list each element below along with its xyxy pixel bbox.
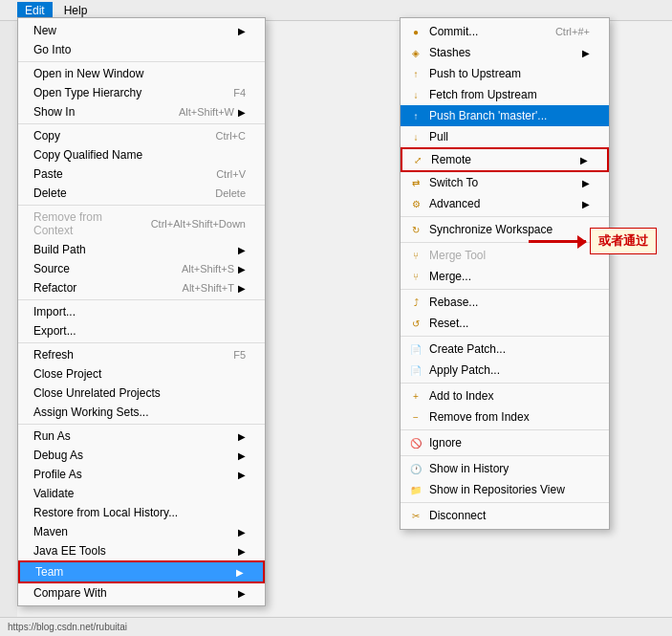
submenu-arrow-show-in: ▶ — [238, 107, 246, 118]
menu-item-import[interactable]: Import... — [18, 302, 265, 321]
push-icon: ↑ — [408, 66, 423, 81]
submenu-arrow-refactor: ▶ — [238, 283, 246, 294]
submenu-label-apply-patch: Apply Patch... — [429, 363, 500, 377]
menu-item-copy[interactable]: CopyCtrl+C — [18, 126, 265, 145]
team-submenu: ●Commit...Ctrl+#+◈Stashes▶↑Push to Upstr… — [400, 17, 610, 530]
menu-label-export: Export... — [33, 324, 76, 338]
menu-item-compare[interactable]: Compare With▶ — [18, 583, 265, 603]
submenu-item-create-patch[interactable]: 📄Create Patch... — [401, 339, 609, 360]
shortcut-refresh: F5 — [233, 349, 246, 361]
reset-icon: ↺ — [408, 316, 423, 331]
menu-item-new[interactable]: New▶ — [18, 21, 265, 40]
menu-item-remove-context: Remove from ContextCtrl+Alt+Shift+Down — [18, 208, 265, 240]
submenu-item-fetch-upstream[interactable]: ↓Fetch from Upstream — [401, 84, 609, 105]
add-icon: + — [408, 388, 423, 404]
menu-item-team[interactable]: Team▶ — [18, 560, 265, 583]
menu-item-build-path[interactable]: Build Path▶ — [18, 240, 265, 259]
menu-item-restore-history[interactable]: Restore from Local History... — [18, 503, 265, 522]
submenu-item-remove-index[interactable]: −Remove from Index — [401, 406, 609, 428]
submenu-arrow-switch-to: ▶ — [582, 178, 590, 188]
submenu-arrow-team: ▶ — [236, 567, 244, 578]
submenu-label-disconnect: Disconnect — [429, 509, 486, 522]
submenu-label-switch-to: Switch To — [429, 176, 478, 189]
pull-icon: ↓ — [408, 129, 423, 144]
menu-label-assign-sets: Assign Working Sets... — [33, 406, 149, 419]
menu-label-team: Team — [35, 565, 63, 579]
menu-item-source[interactable]: SourceAlt+Shift+S▶ — [18, 259, 265, 278]
menu-item-maven[interactable]: Maven▶ — [18, 522, 265, 541]
menubar-edit[interactable]: Edit — [17, 2, 53, 19]
submenu-item-merge[interactable]: ⑂Merge... — [401, 266, 609, 287]
submenu-label-commit: Commit... — [429, 25, 478, 38]
submenu-item-reset[interactable]: ↺Reset... — [401, 313, 609, 334]
menu-label-profile-as: Profile As — [33, 468, 82, 481]
menu-item-run-as[interactable]: Run As▶ — [18, 427, 265, 446]
submenu-arrow-profile-as: ▶ — [238, 470, 246, 480]
menu-label-new: New — [33, 24, 56, 37]
menu-item-java-ee[interactable]: Java EE Tools▶ — [18, 541, 265, 560]
menu-label-compare: Compare With — [33, 586, 107, 600]
menu-item-refresh[interactable]: RefreshF5 — [18, 345, 265, 364]
shortcut-copy: Ctrl+C — [216, 130, 246, 142]
submenu-label-advanced: Advanced — [429, 197, 480, 210]
menu-item-export[interactable]: Export... — [18, 321, 265, 340]
menu-item-assign-sets[interactable]: Assign Working Sets... — [18, 403, 265, 422]
submenu-item-commit[interactable]: ●Commit...Ctrl+#+ — [401, 21, 609, 42]
menu-label-source: Source — [33, 262, 70, 275]
shortcut-refactor: Alt+Shift+T — [183, 282, 234, 294]
submenu-item-show-history[interactable]: 🕐Show in History — [401, 458, 609, 479]
shortcut-paste: Ctrl+V — [216, 168, 246, 180]
submenu-arrow-source: ▶ — [238, 264, 246, 274]
submenu-item-remote[interactable]: ⤢Remote▶ — [401, 147, 609, 172]
menu-label-maven: Maven — [33, 525, 68, 538]
submenu-shortcut-commit: Ctrl+#+ — [555, 26, 590, 37]
submenu-item-disconnect[interactable]: ✂Disconnect — [401, 505, 609, 526]
submenu-label-add-index: Add to Index — [429, 389, 493, 403]
submenu-item-rebase[interactable]: ⤴Rebase... — [401, 292, 609, 313]
submenu-item-show-repos[interactable]: 📁Show in Repositories View — [401, 479, 609, 500]
submenu-item-advanced[interactable]: ⚙Advanced▶ — [401, 193, 609, 214]
shortcut-open-type: F4 — [233, 87, 246, 99]
menu-item-debug-as[interactable]: Debug As▶ — [18, 446, 265, 465]
menu-item-paste[interactable]: PasteCtrl+V — [18, 164, 265, 184]
menu-item-show-in[interactable]: Show InAlt+Shift+W▶ — [18, 102, 265, 121]
disconnect-icon: ✂ — [408, 508, 423, 523]
submenu-item-apply-patch[interactable]: 📄Apply Patch... — [401, 360, 609, 381]
menubar-help[interactable]: Help — [56, 2, 96, 19]
submenu-item-add-index[interactable]: +Add to Index — [401, 385, 609, 406]
remove-icon: − — [408, 409, 423, 425]
submenu-label-ignore: Ignore — [429, 436, 462, 450]
menu-item-open-type[interactable]: Open Type HierarchyF4 — [18, 83, 265, 102]
submenu-item-pull[interactable]: ↓Pull — [401, 126, 609, 147]
menu-label-copy-qualified: Copy Qualified Name — [33, 148, 142, 162]
menu-item-profile-as[interactable]: Profile As▶ — [18, 465, 265, 484]
menu-item-open-window[interactable]: Open in New Window — [18, 64, 265, 83]
submenu-separator — [401, 289, 609, 290]
menu-item-close-unrelated[interactable]: Close Unrelated Projects — [18, 384, 265, 403]
submenu-label-remove-index: Remove from Index — [429, 410, 530, 424]
menu-item-go-into[interactable]: Go Into — [18, 40, 265, 59]
submenu-item-ignore[interactable]: 🚫Ignore — [401, 432, 609, 453]
menu-item-copy-qualified[interactable]: Copy Qualified Name — [18, 145, 265, 164]
menu-separator — [18, 61, 265, 62]
submenu-separator — [401, 455, 609, 456]
submenu-item-switch-to[interactable]: ⇄Switch To▶ — [401, 172, 609, 193]
ignore-icon: 🚫 — [408, 435, 423, 450]
submenu-item-stashes[interactable]: ◈Stashes▶ — [401, 42, 609, 63]
submenu-arrow-debug-as: ▶ — [238, 450, 246, 461]
switch-icon: ⇄ — [408, 175, 423, 190]
submenu-item-push-upstream[interactable]: ↑Push to Upstream — [401, 63, 609, 84]
submenu-label-stashes: Stashes — [429, 46, 470, 59]
menu-item-close-project[interactable]: Close Project — [18, 364, 265, 384]
submenu-item-push-branch[interactable]: ↑Push Branch 'master'... — [401, 105, 609, 126]
patch-icon: 📄 — [408, 362, 423, 378]
menu-item-validate[interactable]: Validate — [18, 484, 265, 503]
menu-item-refactor[interactable]: RefactorAlt+Shift+T▶ — [18, 278, 265, 297]
submenu-arrow-java-ee: ▶ — [238, 546, 246, 557]
menu-item-delete[interactable]: DeleteDelete — [18, 184, 265, 203]
shortcut-delete: Delete — [215, 187, 246, 199]
arrow-line — [529, 240, 586, 243]
annotation-container: 或者通过 — [529, 228, 657, 254]
menu-separator — [18, 123, 265, 124]
submenu-label-rebase: Rebase... — [429, 296, 478, 309]
